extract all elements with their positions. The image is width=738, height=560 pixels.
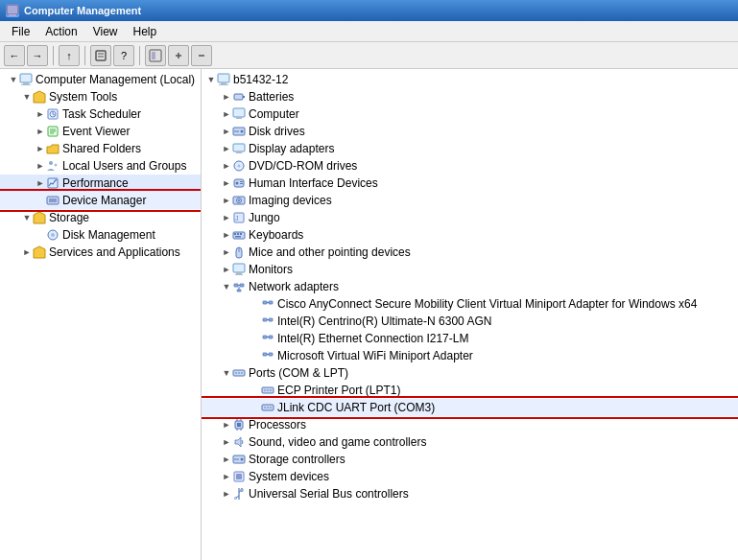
jungo-icon: J <box>232 211 246 224</box>
mice-icon <box>232 245 246 259</box>
svg-point-48 <box>236 182 239 185</box>
svg-rect-69 <box>237 290 241 292</box>
right-imaging[interactable]: ► Imaging devices <box>202 192 738 209</box>
up-button[interactable]: ↑ <box>59 45 80 66</box>
left-device-manager[interactable]: Device Manager <box>0 192 201 209</box>
system-tools-label: System Tools <box>49 90 117 104</box>
expand-computer-icon: ► <box>221 108 232 120</box>
right-computer[interactable]: ► Computer <box>202 105 738 123</box>
expand-disk-drives-icon: ► <box>221 126 232 137</box>
menu-help[interactable]: Help <box>126 23 165 40</box>
right-ecp-printer[interactable]: ECP Printer Port (LPT1) <box>202 382 738 399</box>
expand-task-scheduler-icon: ► <box>35 108 46 120</box>
svg-rect-28 <box>49 198 57 202</box>
expand-hid-icon: ► <box>221 177 232 189</box>
expand-button[interactable] <box>168 45 189 66</box>
menu-file[interactable]: File <box>4 23 37 40</box>
toolbar-separator-3 <box>139 46 140 65</box>
right-network-adapters[interactable]: ▼ Network adapters <box>202 278 738 295</box>
right-hid[interactable]: ► Human Interface Devices <box>202 175 738 192</box>
svg-rect-38 <box>233 108 245 117</box>
hid-label: Human Interface Devices <box>249 176 378 190</box>
left-disk-management[interactable]: Disk Management <box>0 226 201 244</box>
forward-button[interactable]: → <box>27 45 48 66</box>
svg-point-84 <box>238 372 240 374</box>
cisco-icon <box>261 297 274 311</box>
right-ports[interactable]: ▼ Ports (COM & LPT) <box>202 364 738 382</box>
left-system-tools[interactable]: ▼ System Tools <box>0 88 201 105</box>
right-dvd-drives[interactable]: ► DVD/CD-ROM drives <box>202 157 738 175</box>
batteries-icon <box>232 90 246 104</box>
svg-marker-29 <box>34 212 45 223</box>
disk-drives-icon <box>232 125 246 138</box>
back-button[interactable]: ← <box>4 45 25 66</box>
right-cisco[interactable]: Cisco AnyConnect Secure Mobility Client … <box>202 295 738 313</box>
intel-centrino-label: Intel(R) Centrino(R) Ultimate-N 6300 AGN <box>277 315 491 328</box>
mice-label: Mice and other pointing devices <box>249 245 411 259</box>
right-system-devices[interactable]: ► System devices <box>202 468 738 485</box>
task-scheduler-label: Task Scheduler <box>62 107 141 121</box>
right-mice[interactable]: ► Mice and other pointing devices <box>202 244 738 261</box>
left-shared-folders[interactable]: ► Shared Folders <box>0 140 201 157</box>
right-keyboards[interactable]: ► Keyboards <box>202 226 738 244</box>
right-intel-ethernet[interactable]: Intel(R) Ethernet Connection I217-LM <box>202 330 738 347</box>
intel-centrino-icon <box>261 315 274 328</box>
storage-controllers-icon <box>232 453 246 466</box>
svg-rect-39 <box>236 117 242 119</box>
expand-disk-mgmt-icon <box>35 229 46 241</box>
svg-point-85 <box>241 372 243 374</box>
computer-label: Computer <box>249 107 299 121</box>
right-root[interactable]: ▼ b51432-12 <box>202 71 738 88</box>
properties-button[interactable] <box>90 45 111 66</box>
cisco-label: Cisco AnyConnect Secure Mobility Client … <box>277 297 697 311</box>
right-display-adapters[interactable]: ► Display adapters <box>202 140 738 157</box>
ports-icon <box>232 366 246 380</box>
display-adapters-label: Display adapters <box>249 142 334 155</box>
left-storage[interactable]: ▼ Storage <box>0 209 201 226</box>
intel-ethernet-icon <box>261 332 274 345</box>
local-users-label: Local Users and Groups <box>62 159 186 173</box>
svg-rect-60 <box>235 236 241 238</box>
computer-device-icon <box>232 107 246 121</box>
svg-rect-11 <box>23 82 29 84</box>
left-task-scheduler[interactable]: ► Task Scheduler <box>0 105 201 123</box>
svg-marker-32 <box>34 246 45 258</box>
right-processors[interactable]: ► Processors <box>202 416 738 433</box>
right-storage-controllers[interactable]: ► Storage controllers <box>202 451 738 468</box>
left-event-viewer[interactable]: ► Event Viewer <box>0 123 201 140</box>
svg-rect-35 <box>219 84 228 85</box>
cisco-spacer <box>250 298 261 310</box>
left-services[interactable]: ► Services and Applications <box>0 244 201 261</box>
svg-rect-50 <box>240 183 243 184</box>
right-disk-drives[interactable]: ► Disk drives <box>202 123 738 140</box>
ecp-printer-label: ECP Printer Port (LPT1) <box>277 384 400 397</box>
window-title: Computer Management <box>24 5 141 16</box>
right-jlink[interactable]: JLink CDC UART Port (COM3) <box>202 399 738 416</box>
left-root[interactable]: ▼ Computer Management (Local) <box>0 71 201 88</box>
right-intel-centrino[interactable]: Intel(R) Centrino(R) Ultimate-N 6300 AGN <box>202 313 738 330</box>
right-jungo[interactable]: ► J Jungo <box>202 209 738 226</box>
collapse-button[interactable] <box>191 45 212 66</box>
svg-rect-76 <box>263 336 267 338</box>
right-monitors[interactable]: ► Monitors <box>202 261 738 278</box>
menu-action[interactable]: Action <box>37 23 84 40</box>
left-local-users[interactable]: ► Local Users and Groups <box>0 157 201 175</box>
performance-icon <box>46 176 60 190</box>
expand-root-icon: ▼ <box>8 74 19 85</box>
show-hide-button[interactable] <box>145 45 166 66</box>
svg-point-92 <box>267 407 269 408</box>
svg-rect-57 <box>234 233 236 235</box>
right-usb[interactable]: ► Universal Serial Bus controllers <box>202 485 738 502</box>
right-batteries[interactable]: ► Batteries <box>202 88 738 105</box>
disk-drives-label: Disk drives <box>249 125 305 138</box>
left-performance[interactable]: ► Performance <box>0 175 201 192</box>
right-sound[interactable]: ► Sound, video and game controllers <box>202 433 738 451</box>
svg-point-87 <box>264 389 266 391</box>
task-scheduler-icon <box>46 107 60 121</box>
right-ms-wifi[interactable]: Microsoft Virtual WiFi Miniport Adapter <box>202 347 738 364</box>
shared-folders-label: Shared Folders <box>62 142 141 155</box>
help-button[interactable]: ? <box>113 45 134 66</box>
menu-view[interactable]: View <box>85 23 126 40</box>
network-adapters-icon <box>232 280 246 293</box>
expand-system-tools-icon: ▼ <box>21 91 33 103</box>
